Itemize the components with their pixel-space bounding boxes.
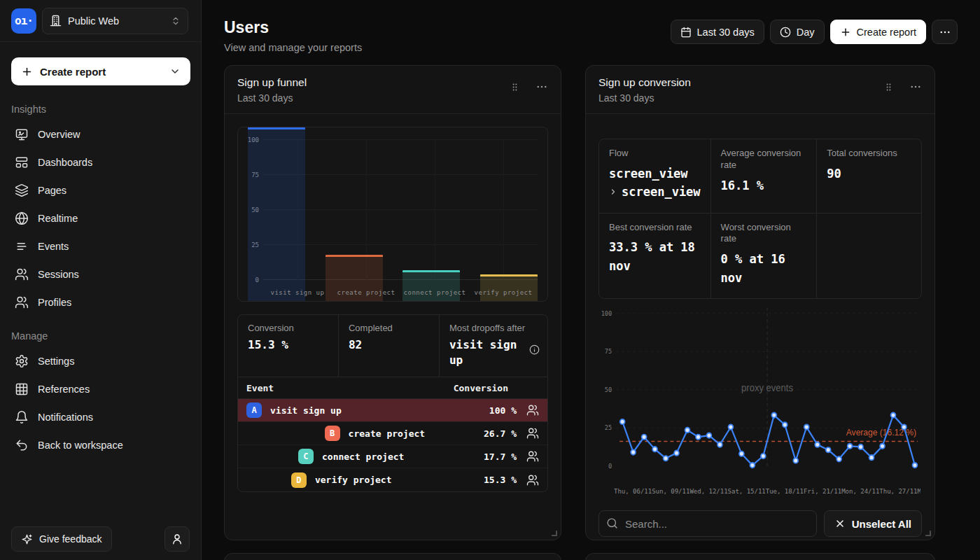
conversion-card-header: Sign up conversion Last 30 days: [586, 66, 934, 114]
card-resize-handle[interactable]: [552, 531, 557, 536]
sidebar-item-pages[interactable]: Pages: [0, 176, 201, 204]
unselect-all-button[interactable]: Unselect All: [824, 510, 922, 537]
card-menu-icon[interactable]: [536, 80, 548, 93]
sidebar-item-references[interactable]: References: [0, 375, 201, 403]
stat-most-dropoffs: Most dropoffs after visit sign up: [440, 315, 547, 377]
sidebar-item-profiles[interactable]: Profiles: [0, 288, 201, 316]
users-icon[interactable]: [526, 450, 539, 463]
account-button[interactable]: [164, 526, 190, 552]
stat-worst-rate: Worst conversion rate 0 % at 16 nov: [711, 214, 818, 298]
funnel-chart: 0255075100 visit sign upcreate projectco…: [237, 127, 548, 302]
clock-icon: [780, 27, 791, 38]
sidebar-create-report-label: Create report: [40, 66, 106, 78]
sidebar-top: oı· Public Web: [0, 0, 201, 42]
users-icon[interactable]: [526, 404, 539, 416]
event-badge: B: [325, 426, 340, 441]
events-icon: [15, 239, 29, 253]
stat-flow: Flow screen_view screen_view: [599, 139, 711, 214]
flow-from: screen_view: [609, 164, 701, 183]
svg-text:50: 50: [605, 386, 612, 393]
partial-card: [585, 553, 935, 560]
card-menu-icon[interactable]: [909, 80, 922, 93]
give-feedback-label: Give feedback: [39, 533, 102, 545]
ellipsis-icon: [939, 26, 951, 38]
user-icon: [171, 533, 183, 545]
header-actions: Last 30 days Day Create report: [671, 20, 958, 44]
info-icon[interactable]: [529, 344, 540, 355]
nav-section-manage: Manage: [0, 322, 201, 347]
app-root: oı· Public Web Create report Insights: [0, 0, 980, 560]
sidebar-footer: Give feedback: [11, 526, 190, 552]
chevron-right-icon: [609, 188, 617, 196]
funnel-table-row[interactable]: B create project 26.7 %: [238, 422, 547, 445]
users-icon[interactable]: [526, 474, 539, 486]
insights-nav: Overview Dashboards Pages Realtime Event…: [0, 120, 201, 316]
funnel-table-row[interactable]: D verify project 15.3 %: [238, 468, 547, 491]
sidebar-item-label: Profiles: [38, 297, 71, 308]
funnel-table-row[interactable]: A visit sign up 100 %: [238, 399, 547, 422]
sidebar-item-settings[interactable]: Settings: [0, 347, 201, 375]
svg-text:75: 75: [605, 348, 612, 355]
funnel-table-header: Event Conversion: [238, 377, 547, 399]
sidebar-item-overview[interactable]: Overview: [0, 120, 201, 148]
card-resize-handle[interactable]: [925, 531, 931, 536]
sidebar-item-events[interactable]: Events: [0, 232, 201, 260]
page-subtitle: View and manage your reports: [224, 42, 362, 53]
x-tick-label: Sun, 09/11: [652, 488, 690, 495]
next-row-cards: [224, 553, 935, 560]
sparkles-icon: [21, 533, 33, 545]
sidebar-item-realtime[interactable]: Realtime: [0, 204, 201, 232]
partial-card: [224, 553, 561, 560]
funnel-bar: [402, 270, 460, 301]
drag-grip-icon[interactable]: [510, 82, 520, 92]
main-content: Users View and manage your reports Last …: [202, 0, 980, 560]
dashboards-icon: [15, 155, 29, 169]
funnel-xlabels: visit sign upcreate projectconnect proje…: [263, 289, 538, 296]
date-range-button[interactable]: Last 30 days: [671, 20, 764, 44]
sidebar-item-dashboards[interactable]: Dashboards: [0, 148, 201, 176]
users-icon[interactable]: [526, 427, 539, 440]
interval-label: Day: [797, 27, 815, 38]
sidebar-item-label: Events: [38, 241, 69, 252]
funnel-table-row[interactable]: C connect project 17.7 %: [238, 445, 547, 468]
x-tick-label: Tue, 18/11: [766, 488, 804, 495]
drag-grip-icon[interactable]: [883, 82, 894, 92]
sidebar-create-report-button[interactable]: Create report: [11, 57, 190, 85]
stat-average-rate: Average conversion rate 16.1 %: [711, 139, 818, 214]
sidebar-item-notifications[interactable]: Notifications: [0, 403, 201, 431]
x-tick-label: Wed, 12/11: [690, 488, 727, 495]
chevron-down-icon[interactable]: [169, 66, 181, 77]
event-conversion: 26.7 %: [484, 428, 517, 439]
sidebar-item-sessions[interactable]: Sessions: [0, 260, 201, 288]
sidebar-item-label: Dashboards: [38, 157, 92, 168]
conversion-card-subtitle: Last 30 days: [598, 92, 691, 104]
search-input[interactable]: [598, 510, 817, 537]
x-tick-label: Thu, 27/11: [879, 488, 917, 495]
conversion-stats: Flow screen_view screen_view Average con…: [598, 139, 922, 299]
conversion-card-title: Sign up conversion: [598, 76, 691, 89]
event-conversion: 100 %: [489, 405, 517, 416]
event-name: verify project: [315, 475, 392, 485]
create-report-button[interactable]: Create report: [830, 20, 926, 44]
x-icon: [834, 518, 846, 529]
x-tick-label: Thu, 06/11: [614, 488, 652, 495]
interval-button[interactable]: Day: [770, 20, 825, 44]
conversion-card: Sign up conversion Last 30 days Flow scr…: [585, 65, 935, 540]
event-column-header: Event: [246, 383, 274, 393]
pages-icon: [15, 183, 29, 197]
project-selector[interactable]: Public Web: [42, 8, 188, 34]
event-badge: A: [246, 402, 262, 418]
funnel-stats: Conversion 15.3 % Completed 82 Most drop…: [238, 315, 547, 377]
event-badge: C: [298, 449, 314, 464]
sidebar-item-label: Notifications: [38, 412, 93, 423]
give-feedback-button[interactable]: Give feedback: [11, 526, 112, 552]
sidebar-item-back-to-workspace[interactable]: Back to workspace: [0, 431, 201, 459]
more-options-button[interactable]: [932, 20, 958, 44]
funnel-card: Sign up funnel Last 30 days 0255075100 v…: [224, 65, 561, 540]
notifications-icon: [15, 410, 29, 424]
x-tick-label: Sat, 15/11: [728, 488, 766, 495]
nav-section-insights: Insights: [0, 95, 201, 120]
unselect-all-label: Unselect All: [852, 518, 911, 530]
sidebar-item-label: Back to workspace: [38, 440, 123, 451]
conversion-line-chart-svg: 0255075100proxy eventsAverage (16.12 %): [598, 304, 922, 481]
